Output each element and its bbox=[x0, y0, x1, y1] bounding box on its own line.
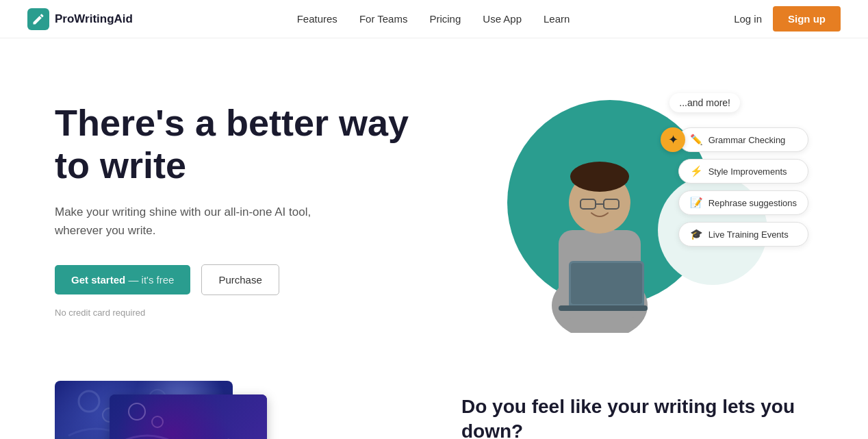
nav-features[interactable]: Features bbox=[297, 13, 337, 25]
person-figure bbox=[531, 127, 668, 333]
hero-buttons: Get started — it's free Purchase bbox=[55, 264, 434, 295]
pill-rephrase: 📝 Rephrase suggestions bbox=[678, 190, 808, 215]
navbar: ProWritingAid Features For Teams Pricing… bbox=[0, 0, 868, 38]
brand-logo-icon bbox=[27, 8, 49, 30]
section2-image-area: My idea in my head bbox=[55, 381, 407, 439]
section2-title: Do you feel like your writing lets you d… bbox=[461, 394, 813, 439]
nav-for-teams[interactable]: For Teams bbox=[359, 13, 408, 25]
pill-style: ⚡ Style Improvements bbox=[678, 159, 808, 184]
svg-point-10 bbox=[79, 391, 99, 412]
pill-training-icon: 🎓 bbox=[690, 228, 703, 240]
pill-grammar: ✏️ Grammar Checking bbox=[678, 127, 808, 152]
section2: My idea in my head Do you feel like your… bbox=[0, 367, 868, 439]
brand-logo-link[interactable]: ProWritingAid bbox=[27, 8, 133, 30]
nav-learn[interactable]: Learn bbox=[544, 13, 570, 25]
svg-rect-8 bbox=[571, 263, 642, 304]
nav-links: Features For Teams Pricing Use App Learn bbox=[297, 13, 570, 25]
hero-right: ✏️ Grammar Checking ⚡ Style Improvements… bbox=[434, 79, 813, 340]
hero-left: There's a better way to write Make your … bbox=[55, 101, 434, 318]
nav-use-app[interactable]: Use App bbox=[483, 13, 522, 25]
image-stack: My idea in my head bbox=[55, 381, 288, 439]
star-badge: ✦ bbox=[661, 127, 685, 152]
signup-button[interactable]: Sign up bbox=[773, 6, 841, 32]
nav-pricing[interactable]: Pricing bbox=[429, 13, 461, 25]
svg-rect-9 bbox=[559, 305, 648, 311]
purchase-button[interactable]: Purchase bbox=[201, 264, 279, 295]
feature-pills: ✏️ Grammar Checking ⚡ Style Improvements… bbox=[678, 127, 808, 247]
svg-point-15 bbox=[129, 403, 145, 420]
more-badge: ...and more! bbox=[669, 93, 740, 112]
hero-note: No credit card required bbox=[55, 308, 434, 318]
hero-illustration: ✏️ Grammar Checking ⚡ Style Improvements… bbox=[494, 86, 754, 333]
section2-text-area: Do you feel like your writing lets you d… bbox=[461, 381, 813, 439]
hero-title: There's a better way to write bbox=[55, 101, 434, 186]
image-front bbox=[110, 394, 267, 439]
svg-point-16 bbox=[152, 416, 163, 427]
nav-actions: Log in Sign up bbox=[734, 6, 841, 32]
login-button[interactable]: Log in bbox=[734, 13, 762, 25]
hero-section: There's a better way to write Make your … bbox=[0, 38, 868, 367]
hero-subtitle: Make your writing shine with our all-in-… bbox=[55, 203, 342, 240]
pill-grammar-icon: ✏️ bbox=[690, 134, 703, 146]
pill-style-icon: ⚡ bbox=[690, 165, 703, 177]
pill-training: 🎓 Live Training Events bbox=[678, 222, 808, 247]
brand-name-text: ProWritingAid bbox=[55, 12, 133, 26]
svg-point-3 bbox=[570, 162, 629, 192]
pill-rephrase-icon: 📝 bbox=[690, 197, 703, 209]
get-started-button[interactable]: Get started — it's free bbox=[55, 265, 190, 294]
